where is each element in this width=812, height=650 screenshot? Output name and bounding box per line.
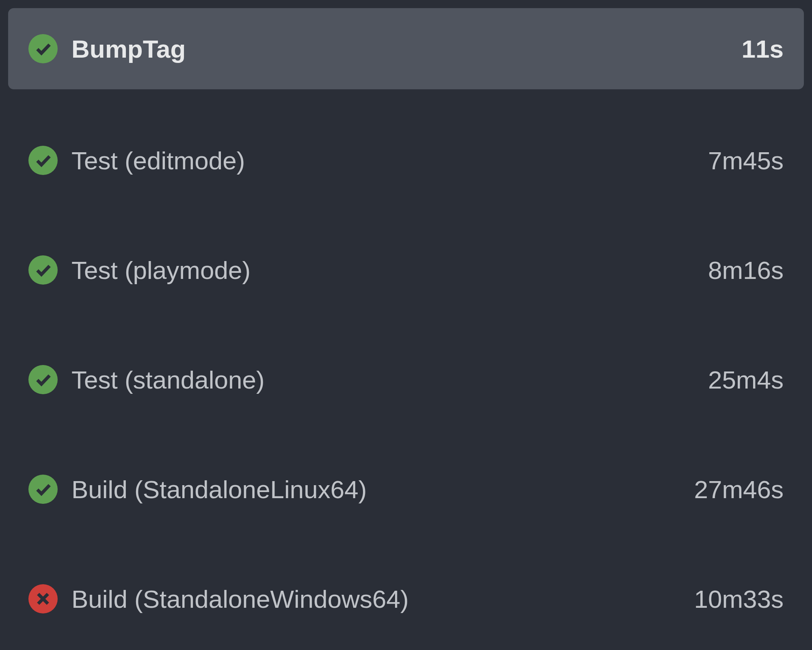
job-duration: 7m45s bbox=[708, 146, 784, 175]
job-row-test-playmode[interactable]: Test (playmode) 8m16s bbox=[8, 215, 804, 325]
check-circle-icon bbox=[28, 255, 58, 285]
job-name: Build (StandaloneWindows64) bbox=[71, 585, 409, 613]
job-name: Test (standalone) bbox=[71, 365, 265, 394]
job-row-build-linux64[interactable]: Build (StandaloneLinux64) 27m46s bbox=[8, 434, 804, 544]
job-row-test-standalone[interactable]: Test (standalone) 25m4s bbox=[8, 325, 804, 434]
job-name: Build (StandaloneLinux64) bbox=[71, 475, 367, 504]
job-left: Test (playmode) bbox=[28, 255, 251, 285]
job-list: BumpTag 11s Test (editmode) 7m45s Test (… bbox=[8, 8, 804, 650]
job-left: BumpTag bbox=[28, 34, 186, 63]
job-row-bumptag[interactable]: BumpTag 11s bbox=[8, 8, 804, 89]
check-circle-icon bbox=[28, 365, 58, 394]
check-circle-icon bbox=[28, 34, 58, 63]
job-left: Build (StandaloneWindows64) bbox=[28, 584, 409, 613]
x-circle-icon bbox=[28, 584, 58, 613]
job-row-build-windows64[interactable]: Build (StandaloneWindows64) 10m33s bbox=[8, 544, 804, 650]
job-left: Build (StandaloneLinux64) bbox=[28, 475, 367, 504]
job-name: BumpTag bbox=[71, 35, 186, 63]
job-duration: 11s bbox=[742, 35, 784, 63]
check-circle-icon bbox=[28, 146, 58, 175]
job-duration: 10m33s bbox=[694, 585, 784, 613]
job-duration: 27m46s bbox=[694, 475, 784, 504]
job-row-test-editmode[interactable]: Test (editmode) 7m45s bbox=[8, 106, 804, 215]
job-duration: 8m16s bbox=[708, 256, 784, 285]
check-circle-icon bbox=[28, 475, 58, 504]
job-left: Test (standalone) bbox=[28, 365, 265, 394]
job-name: Test (editmode) bbox=[71, 146, 245, 175]
job-name: Test (playmode) bbox=[71, 256, 251, 285]
job-duration: 25m4s bbox=[708, 365, 784, 394]
job-left: Test (editmode) bbox=[28, 146, 245, 175]
